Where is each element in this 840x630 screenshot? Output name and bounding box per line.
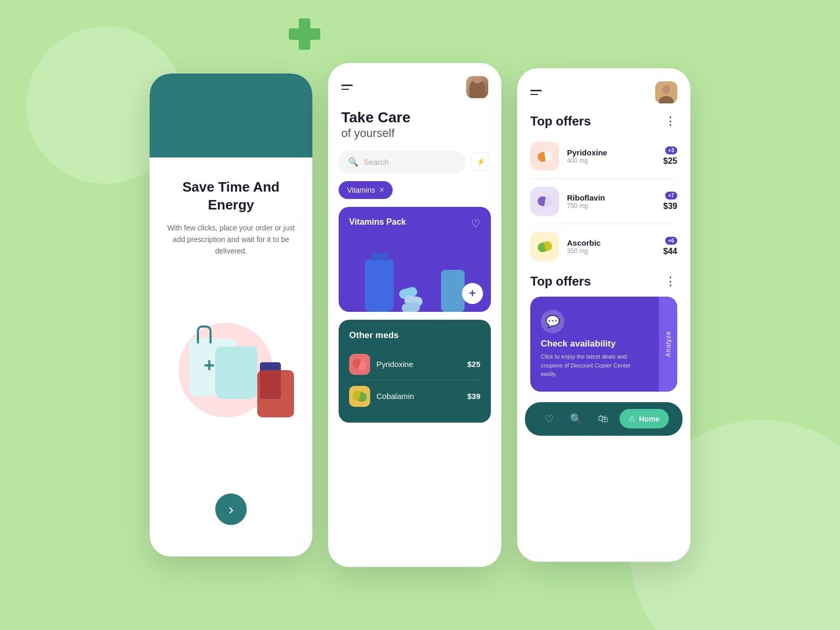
offer-badge-3: +6 — [665, 237, 677, 245]
hamburger3-line-2 — [530, 94, 538, 96]
offer-mg-3: 350 mg — [567, 247, 655, 255]
top-offers-2-header: Top offers ⋮ — [517, 271, 690, 297]
filter-button[interactable]: ⚡ — [471, 152, 490, 171]
svg-point-1 — [662, 86, 670, 94]
med-item-left-2: Cobalamin — [349, 386, 414, 407]
vitamins-tag[interactable]: Vitamins × — [339, 181, 393, 199]
med-item-cobalamin[interactable]: Cobalamin $39 — [349, 381, 480, 412]
more-options-2[interactable]: ⋮ — [665, 275, 677, 288]
search-bar[interactable]: 🔍 Search — [339, 151, 466, 173]
avatar-image — [466, 76, 488, 98]
vitamins-card: Vitamins Pack ♡ + — [339, 207, 491, 312]
pill-ascorbic-icon — [537, 240, 553, 253]
pill-3 — [401, 302, 420, 311]
check-availability-card[interactable]: 💬 Check availability Click to enjoy the … — [530, 297, 677, 392]
med-price-1: $25 — [467, 360, 480, 369]
phones-container: Save Time And Energy With few clicks, pl… — [150, 63, 690, 567]
filter-icon: ⚡ — [476, 158, 485, 166]
phone3-header — [517, 68, 690, 111]
offer-name-1: Pyridoxine — [567, 148, 655, 157]
nav-cart[interactable]: 🛍 — [593, 408, 614, 429]
phone-top-offers: Top offers ⋮ Pyridoxine 400 mg +3 $25 — [517, 68, 690, 562]
vit-bottle-2 — [441, 270, 465, 312]
nav-favorites[interactable]: ♡ — [539, 408, 560, 429]
offer-details-1: Pyridoxine 400 mg — [567, 148, 655, 164]
greeting-section: Take Care of yourself — [328, 103, 501, 151]
med-icon-red — [349, 354, 370, 375]
pill-pyridoxine-icon — [537, 150, 553, 162]
offer-name-3: Ascorbic — [567, 238, 655, 247]
chat-bubble-icon: 💬 — [541, 310, 564, 333]
nav-home[interactable]: ⌂ Home — [620, 409, 669, 428]
avatar-silhouette — [469, 79, 485, 98]
greeting-line2: of yourself — [341, 127, 488, 140]
avail-description: Click to enjoy the latest deals and coup… — [541, 352, 646, 379]
search-icon: 🔍 — [348, 157, 359, 167]
offer-item-riboflavin[interactable]: Riboflavin 750 mg +7 $39 — [517, 182, 690, 221]
offer-icon-purple — [530, 187, 559, 216]
phone1-title: Save Time And Energy — [163, 178, 299, 214]
menu-button[interactable] — [341, 85, 353, 90]
offer-badge-2: +7 — [665, 192, 677, 200]
med-item-pyridoxine[interactable]: Pyridoxine $25 — [349, 349, 480, 381]
avail-title: Check availability — [541, 339, 667, 349]
vit-pills — [399, 288, 436, 312]
hamburger3-line-1 — [530, 90, 542, 91]
avatar[interactable] — [466, 76, 488, 98]
offer-price-3: $44 — [663, 247, 677, 256]
offer-right-3: +6 $44 — [663, 237, 677, 256]
med-name-1: Pyridoxine — [376, 360, 413, 369]
phone1-top-bar — [150, 74, 312, 158]
add-icon: + — [469, 287, 476, 300]
heart-icon[interactable]: ♡ — [471, 217, 480, 230]
phone1-content: Save Time And Energy With few clicks, pl… — [150, 158, 312, 556]
tag-remove-icon[interactable]: × — [379, 185, 384, 195]
phone-main-app: Take Care of yourself 🔍 Search ⚡ Vitamin… — [328, 63, 501, 567]
vitamins-card-title: Vitamins Pack — [349, 217, 480, 227]
offer-badge-1: +3 — [665, 146, 677, 154]
analyze-tab[interactable]: Analyze — [659, 297, 677, 392]
top-offers-1-header: Top offers ⋮ — [517, 111, 690, 136]
offer-right-1: +3 $25 — [663, 146, 677, 166]
phone2-header — [328, 63, 501, 103]
offer-icon-yellow — [530, 232, 559, 261]
other-meds-title: Other meds — [349, 330, 480, 341]
home-icon: ⌂ — [629, 413, 635, 424]
other-meds-section: Other meds Pyridoxine $25 Cobalamin $ — [339, 320, 491, 423]
offer-price-1: $25 — [663, 156, 677, 166]
offer-details-3: Ascorbic 350 mg — [567, 238, 655, 255]
phone3-avatar[interactable] — [655, 81, 677, 103]
cross-decoration — [289, 18, 320, 50]
pill-yellow-icon — [351, 390, 368, 403]
phone1-description: With few clicks, place your order or jus… — [163, 222, 299, 257]
illustration-bag2 — [215, 346, 257, 399]
add-to-cart-button[interactable]: + — [462, 283, 483, 304]
more-options-1[interactable]: ⋮ — [665, 114, 677, 128]
hamburger-line-1 — [341, 85, 353, 86]
greeting-line1: Take Care — [341, 109, 488, 127]
search-placeholder: Search — [364, 158, 456, 166]
illustration-hand — [257, 370, 294, 417]
next-button[interactable] — [215, 494, 247, 525]
pill-red-icon — [351, 357, 368, 371]
hamburger-line-2 — [341, 89, 349, 90]
offer-item-ascorbic[interactable]: Ascorbic 350 mg +6 $44 — [517, 227, 690, 266]
offer-item-pyridoxine[interactable]: Pyridoxine 400 mg +3 $25 — [517, 136, 690, 176]
med-name-2: Cobalamin — [376, 392, 414, 401]
phone1-illustration — [163, 270, 299, 428]
tag-label: Vitamins — [347, 186, 375, 194]
med-item-left: Pyridoxine — [349, 354, 413, 375]
top-offers-2-title: Top offers — [530, 274, 591, 289]
offer-icon-pink — [530, 142, 559, 171]
med-icon-yellow — [349, 386, 370, 407]
phone-onboarding: Save Time And Energy With few clicks, pl… — [150, 74, 312, 556]
divider-1 — [530, 178, 677, 179]
phone3-menu-button[interactable] — [530, 90, 542, 95]
offer-name-2: Riboflavin — [567, 193, 655, 202]
vit-bottle-1 — [365, 259, 394, 312]
nav-search[interactable]: 🔍 — [565, 408, 586, 429]
home-label: Home — [639, 415, 659, 423]
divider-2 — [530, 224, 677, 224]
avatar-svg — [655, 81, 677, 103]
pill-riboflavin-icon — [537, 195, 553, 207]
